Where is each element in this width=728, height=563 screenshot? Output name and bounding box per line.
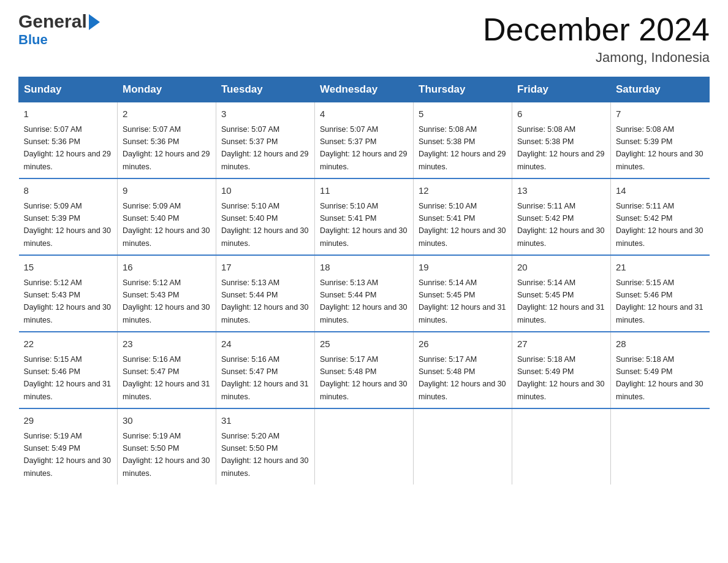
calendar-cell: 3 Sunrise: 5:07 AMSunset: 5:37 PMDayligh… bbox=[216, 102, 315, 179]
day-info: Sunrise: 5:09 AMSunset: 5:39 PMDaylight:… bbox=[24, 202, 111, 248]
day-number: 26 bbox=[419, 337, 507, 351]
calendar-cell: 26 Sunrise: 5:17 AMSunset: 5:48 PMDaylig… bbox=[414, 332, 512, 408]
day-number: 22 bbox=[24, 337, 113, 351]
day-info: Sunrise: 5:19 AMSunset: 5:50 PMDaylight:… bbox=[123, 432, 210, 478]
day-info: Sunrise: 5:07 AMSunset: 5:36 PMDaylight:… bbox=[123, 125, 210, 171]
day-number: 21 bbox=[616, 261, 705, 275]
col-sunday: Sunday bbox=[19, 77, 118, 102]
day-number: 19 bbox=[419, 261, 507, 275]
col-thursday: Thursday bbox=[414, 77, 512, 102]
day-number: 14 bbox=[616, 184, 705, 198]
calendar-cell: 30 Sunrise: 5:19 AMSunset: 5:50 PMDaylig… bbox=[118, 408, 216, 484]
logo-triangle-icon bbox=[89, 14, 100, 30]
calendar-week-row: 1 Sunrise: 5:07 AMSunset: 5:36 PMDayligh… bbox=[19, 102, 710, 179]
calendar-cell bbox=[414, 408, 512, 484]
day-number: 25 bbox=[320, 337, 408, 351]
calendar-cell: 4 Sunrise: 5:07 AMSunset: 5:37 PMDayligh… bbox=[315, 102, 414, 179]
day-info: Sunrise: 5:10 AMSunset: 5:40 PMDaylight:… bbox=[221, 202, 308, 248]
calendar-cell: 23 Sunrise: 5:16 AMSunset: 5:47 PMDaylig… bbox=[118, 332, 216, 408]
calendar-cell: 22 Sunrise: 5:15 AMSunset: 5:46 PMDaylig… bbox=[19, 332, 118, 408]
day-info: Sunrise: 5:07 AMSunset: 5:36 PMDaylight:… bbox=[24, 125, 111, 171]
day-number: 31 bbox=[221, 414, 309, 428]
day-info: Sunrise: 5:19 AMSunset: 5:49 PMDaylight:… bbox=[24, 432, 111, 478]
day-info: Sunrise: 5:12 AMSunset: 5:43 PMDaylight:… bbox=[24, 278, 111, 324]
day-info: Sunrise: 5:11 AMSunset: 5:42 PMDaylight:… bbox=[517, 202, 604, 248]
calendar-cell: 28 Sunrise: 5:18 AMSunset: 5:49 PMDaylig… bbox=[611, 332, 710, 408]
day-info: Sunrise: 5:20 AMSunset: 5:50 PMDaylight:… bbox=[221, 432, 308, 478]
day-number: 18 bbox=[320, 261, 408, 275]
day-info: Sunrise: 5:07 AMSunset: 5:37 PMDaylight:… bbox=[221, 125, 308, 171]
day-info: Sunrise: 5:18 AMSunset: 5:49 PMDaylight:… bbox=[517, 355, 604, 401]
col-saturday: Saturday bbox=[611, 77, 710, 102]
col-monday: Monday bbox=[118, 77, 216, 102]
day-info: Sunrise: 5:15 AMSunset: 5:46 PMDaylight:… bbox=[24, 355, 111, 401]
day-info: Sunrise: 5:16 AMSunset: 5:47 PMDaylight:… bbox=[221, 355, 308, 401]
day-info: Sunrise: 5:08 AMSunset: 5:39 PMDaylight:… bbox=[616, 125, 703, 171]
calendar-cell: 25 Sunrise: 5:17 AMSunset: 5:48 PMDaylig… bbox=[315, 332, 414, 408]
day-info: Sunrise: 5:17 AMSunset: 5:48 PMDaylight:… bbox=[320, 355, 407, 401]
day-number: 2 bbox=[123, 107, 211, 121]
calendar-table: Sunday Monday Tuesday Wednesday Thursday… bbox=[18, 77, 710, 484]
day-number: 13 bbox=[517, 184, 605, 198]
day-number: 15 bbox=[24, 261, 113, 275]
day-info: Sunrise: 5:09 AMSunset: 5:40 PMDaylight:… bbox=[123, 202, 210, 248]
calendar-week-row: 22 Sunrise: 5:15 AMSunset: 5:46 PMDaylig… bbox=[19, 332, 710, 408]
day-number: 8 bbox=[24, 184, 113, 198]
calendar-cell: 9 Sunrise: 5:09 AMSunset: 5:40 PMDayligh… bbox=[118, 178, 216, 255]
calendar-cell: 20 Sunrise: 5:14 AMSunset: 5:45 PMDaylig… bbox=[512, 255, 611, 332]
day-number: 24 bbox=[221, 337, 309, 351]
day-info: Sunrise: 5:15 AMSunset: 5:46 PMDaylight:… bbox=[616, 278, 703, 324]
calendar-cell: 12 Sunrise: 5:10 AMSunset: 5:41 PMDaylig… bbox=[414, 178, 512, 255]
calendar-cell: 5 Sunrise: 5:08 AMSunset: 5:38 PMDayligh… bbox=[414, 102, 512, 179]
day-info: Sunrise: 5:07 AMSunset: 5:37 PMDaylight:… bbox=[320, 125, 407, 171]
day-number: 23 bbox=[123, 337, 211, 351]
day-info: Sunrise: 5:17 AMSunset: 5:48 PMDaylight:… bbox=[419, 355, 506, 401]
calendar-cell: 2 Sunrise: 5:07 AMSunset: 5:36 PMDayligh… bbox=[118, 102, 216, 179]
day-number: 5 bbox=[419, 107, 507, 121]
calendar-cell bbox=[315, 408, 414, 484]
calendar-cell: 16 Sunrise: 5:12 AMSunset: 5:43 PMDaylig… bbox=[118, 255, 216, 332]
day-number: 20 bbox=[517, 261, 605, 275]
calendar-cell: 19 Sunrise: 5:14 AMSunset: 5:45 PMDaylig… bbox=[414, 255, 512, 332]
day-number: 29 bbox=[24, 414, 113, 428]
logo-general-text: General bbox=[18, 12, 87, 31]
logo-blue-label: Blue bbox=[18, 32, 48, 48]
page-header: General Blue December 2024 Jamong, Indon… bbox=[18, 12, 710, 66]
day-info: Sunrise: 5:10 AMSunset: 5:41 PMDaylight:… bbox=[320, 202, 407, 248]
calendar-cell: 29 Sunrise: 5:19 AMSunset: 5:49 PMDaylig… bbox=[19, 408, 118, 484]
day-info: Sunrise: 5:13 AMSunset: 5:44 PMDaylight:… bbox=[221, 278, 308, 324]
logo-blue-text: Blue bbox=[18, 32, 48, 47]
calendar-cell: 10 Sunrise: 5:10 AMSunset: 5:40 PMDaylig… bbox=[216, 178, 315, 255]
calendar-cell: 1 Sunrise: 5:07 AMSunset: 5:36 PMDayligh… bbox=[19, 102, 118, 179]
calendar-cell: 24 Sunrise: 5:16 AMSunset: 5:47 PMDaylig… bbox=[216, 332, 315, 408]
day-number: 11 bbox=[320, 184, 408, 198]
calendar-header-row: Sunday Monday Tuesday Wednesday Thursday… bbox=[19, 77, 710, 102]
day-info: Sunrise: 5:18 AMSunset: 5:49 PMDaylight:… bbox=[616, 355, 703, 401]
day-info: Sunrise: 5:12 AMSunset: 5:43 PMDaylight:… bbox=[123, 278, 210, 324]
day-number: 27 bbox=[517, 337, 605, 351]
day-number: 28 bbox=[616, 337, 705, 351]
title-block: December 2024 Jamong, Indonesia bbox=[483, 12, 710, 66]
day-info: Sunrise: 5:13 AMSunset: 5:44 PMDaylight:… bbox=[320, 278, 407, 324]
month-title: December 2024 bbox=[483, 12, 710, 47]
calendar-cell: 31 Sunrise: 5:20 AMSunset: 5:50 PMDaylig… bbox=[216, 408, 315, 484]
calendar-week-row: 8 Sunrise: 5:09 AMSunset: 5:39 PMDayligh… bbox=[19, 178, 710, 255]
calendar-week-row: 15 Sunrise: 5:12 AMSunset: 5:43 PMDaylig… bbox=[19, 255, 710, 332]
day-info: Sunrise: 5:16 AMSunset: 5:47 PMDaylight:… bbox=[123, 355, 210, 401]
day-number: 30 bbox=[123, 414, 211, 428]
day-number: 1 bbox=[24, 107, 113, 121]
calendar-week-row: 29 Sunrise: 5:19 AMSunset: 5:49 PMDaylig… bbox=[19, 408, 710, 484]
calendar-cell: 13 Sunrise: 5:11 AMSunset: 5:42 PMDaylig… bbox=[512, 178, 611, 255]
calendar-cell: 27 Sunrise: 5:18 AMSunset: 5:49 PMDaylig… bbox=[512, 332, 611, 408]
day-info: Sunrise: 5:10 AMSunset: 5:41 PMDaylight:… bbox=[419, 202, 506, 248]
calendar-cell: 6 Sunrise: 5:08 AMSunset: 5:38 PMDayligh… bbox=[512, 102, 611, 179]
day-number: 10 bbox=[221, 184, 309, 198]
calendar-cell: 18 Sunrise: 5:13 AMSunset: 5:44 PMDaylig… bbox=[315, 255, 414, 332]
day-info: Sunrise: 5:08 AMSunset: 5:38 PMDaylight:… bbox=[419, 125, 506, 171]
day-number: 3 bbox=[221, 107, 309, 121]
location: Jamong, Indonesia bbox=[483, 50, 710, 66]
col-wednesday: Wednesday bbox=[315, 77, 414, 102]
day-info: Sunrise: 5:11 AMSunset: 5:42 PMDaylight:… bbox=[616, 202, 703, 248]
day-info: Sunrise: 5:14 AMSunset: 5:45 PMDaylight:… bbox=[419, 278, 506, 324]
day-number: 16 bbox=[123, 261, 211, 275]
